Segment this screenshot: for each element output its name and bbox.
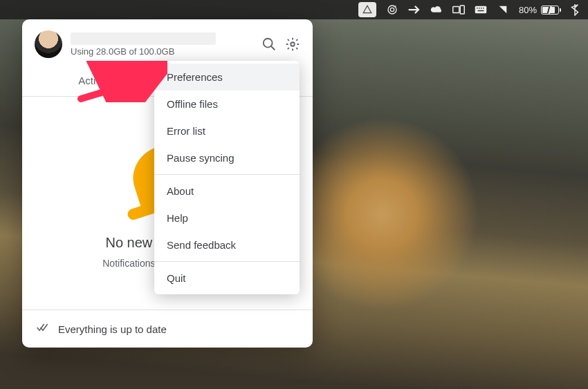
menu-item-about[interactable]: About xyxy=(154,178,300,205)
user-name-redacted xyxy=(71,32,216,45)
menu-separator xyxy=(154,261,300,262)
search-icon[interactable] xyxy=(261,37,277,52)
panel-footer: Everything is up to date xyxy=(22,310,313,348)
battery-status[interactable]: 80% xyxy=(519,5,559,15)
svg-rect-9 xyxy=(477,10,484,12)
panel-header: Using 28.0GB of 100.0GB xyxy=(22,19,313,66)
menu-item-quit[interactable]: Quit xyxy=(154,265,300,292)
menu-separator xyxy=(154,174,300,175)
menubar: 80% xyxy=(0,0,588,19)
tab-activity[interactable]: Activity xyxy=(22,66,167,96)
menu-item-preferences[interactable]: Preferences xyxy=(154,64,300,91)
keyboard-icon[interactable] xyxy=(475,3,487,16)
menu-item-send-feedback[interactable]: Send feedback xyxy=(154,231,300,258)
target-icon[interactable] xyxy=(386,3,398,16)
gear-icon[interactable] xyxy=(285,37,300,52)
svg-rect-3 xyxy=(460,6,464,14)
control-icon[interactable] xyxy=(497,3,509,16)
svg-rect-4 xyxy=(475,6,487,14)
settings-menu: Preferences Offline files Error list Pau… xyxy=(154,61,300,294)
cloud-icon[interactable] xyxy=(430,3,443,16)
svg-point-11 xyxy=(291,42,295,46)
avatar[interactable] xyxy=(35,30,62,58)
menu-item-error-list[interactable]: Error list xyxy=(154,117,300,144)
sidecar-icon[interactable] xyxy=(452,3,465,16)
battery-percent: 80% xyxy=(519,5,537,15)
battery-icon xyxy=(541,6,559,15)
menu-item-offline-files[interactable]: Offline files xyxy=(154,91,300,117)
svg-rect-2 xyxy=(453,7,459,13)
storage-usage: Using 28.0GB of 100.0GB xyxy=(71,46,253,57)
svg-rect-6 xyxy=(479,8,480,9)
svg-point-10 xyxy=(264,39,273,48)
svg-rect-5 xyxy=(477,8,478,9)
drive-tray-icon[interactable] xyxy=(358,2,376,17)
footer-status: Everything is up to date xyxy=(58,323,167,335)
svg-rect-7 xyxy=(481,8,482,9)
bluetooth-icon[interactable] xyxy=(569,3,581,16)
menu-item-pause-syncing[interactable]: Pause syncing xyxy=(154,144,300,171)
menu-item-help[interactable]: Help xyxy=(154,205,300,231)
synced-icon xyxy=(36,323,50,335)
svg-rect-8 xyxy=(483,8,484,9)
vpn-icon[interactable] xyxy=(408,3,421,16)
svg-point-1 xyxy=(390,8,394,11)
